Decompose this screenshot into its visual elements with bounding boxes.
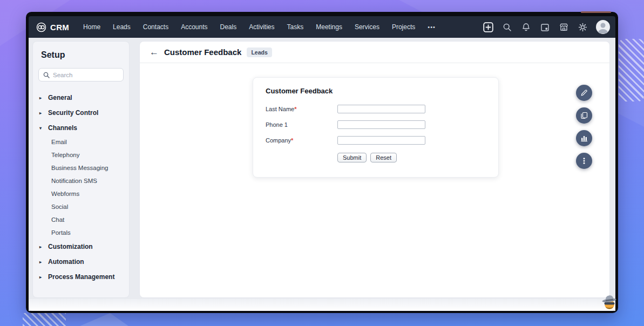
field-label-phone: Phone 1	[266, 121, 337, 128]
nav-overflow-menu[interactable]: •••	[428, 24, 436, 30]
nav-item-projects[interactable]: Projects	[392, 23, 415, 31]
stripe-pattern-right	[619, 39, 644, 101]
field-label-company: Company*	[266, 137, 337, 144]
form-field-row: Company*	[266, 136, 425, 145]
chevron-right-icon: ▸	[39, 244, 44, 249]
nav-item-activities[interactable]: Activities	[249, 23, 274, 31]
settings-gear-icon[interactable]	[577, 22, 588, 32]
form-field-row: Phone 1	[266, 120, 425, 129]
window-footer-strip	[29, 299, 615, 311]
desktop-background: CRM Home Leads Contacts Accounts Deals A…	[0, 0, 644, 326]
sidebar-item-security-control[interactable]: ▸ Security Control	[33, 105, 129, 120]
pencil-icon	[580, 89, 588, 97]
nav-item-home[interactable]: Home	[83, 23, 100, 31]
sidebar-item-portals[interactable]: Portals	[33, 226, 129, 239]
sidebar-item-label: General	[48, 94, 72, 101]
search-icon	[43, 72, 50, 78]
duplicate-icon	[580, 112, 588, 119]
main-panel: ← Customer Feedback Leads Customer Feedb…	[139, 41, 610, 298]
search-input[interactable]	[53, 72, 118, 78]
submit-button[interactable]: Submit	[337, 153, 367, 162]
nav-item-services[interactable]: Services	[355, 23, 379, 31]
form-buttons: Submit Reset	[337, 153, 397, 162]
chevron-down-icon: ▾	[39, 126, 44, 131]
top-navigation-bar: CRM Home Leads Contacts Accounts Deals A…	[29, 16, 615, 38]
sidebar-item-label: Security Control	[48, 109, 98, 117]
crm-logo[interactable]: CRM	[36, 22, 69, 32]
last-name-input[interactable]	[337, 105, 425, 113]
form-title: Customer Feedback	[266, 87, 333, 95]
module-badge: Leads	[247, 47, 272, 57]
sidebar-item-social[interactable]: Social	[33, 200, 129, 213]
required-asterisk: *	[291, 137, 293, 144]
sidebar-item-label: Process Management	[48, 273, 114, 281]
search-icon[interactable]	[501, 22, 512, 32]
back-arrow-icon[interactable]: ←	[150, 47, 159, 57]
chevron-right-icon: ▸	[39, 96, 44, 100]
setup-page: Setup ▸ General ▸ Security Control	[29, 38, 615, 311]
kebab-menu-icon	[580, 157, 588, 165]
nav-actions	[483, 20, 610, 34]
nav-item-accounts[interactable]: Accounts	[181, 23, 207, 31]
form-field-row: Last Name*	[266, 105, 425, 113]
webform-preview-card: Customer Feedback Last Name* Phone 1	[253, 77, 499, 178]
sidebar-item-label: Channels	[48, 124, 77, 132]
sidebar-item-process-management[interactable]: ▸ Process Management	[33, 269, 129, 284]
nav-item-contacts[interactable]: Contacts	[143, 23, 168, 31]
sidebar-item-channels[interactable]: ▾ Channels	[33, 120, 129, 135]
crm-rings-icon	[36, 22, 46, 32]
page-header: ← Customer Feedback Leads	[140, 42, 609, 63]
sidebar-item-telephony[interactable]: Telephony	[33, 148, 129, 161]
nav-item-deals[interactable]: Deals	[220, 23, 237, 31]
sidebar-item-general[interactable]: ▸ General	[33, 90, 129, 105]
calendar-icon[interactable]	[539, 22, 550, 32]
incognito-mascot-icon	[599, 291, 619, 313]
setup-sidebar: Setup ▸ General ▸ Security Control	[32, 41, 130, 298]
background-triangle-bottom	[80, 313, 128, 326]
browser-window: CRM Home Leads Contacts Accounts Deals A…	[26, 12, 618, 313]
marketplace-icon[interactable]	[558, 22, 569, 32]
window-accent-bar	[581, 11, 611, 13]
duplicate-form-button[interactable]	[576, 107, 592, 124]
phone-input[interactable]	[337, 120, 425, 129]
nav-item-meetings[interactable]: Meetings	[316, 23, 342, 31]
company-input[interactable]	[337, 136, 425, 145]
nav-item-tasks[interactable]: Tasks	[287, 23, 304, 31]
field-label-last-name: Last Name*	[266, 106, 337, 112]
chevron-right-icon: ▸	[39, 111, 44, 116]
reset-button[interactable]: Reset	[370, 153, 397, 162]
sidebar-item-customization[interactable]: ▸ Customization	[33, 239, 129, 254]
form-analytics-button[interactable]	[576, 130, 592, 146]
chevron-right-icon: ▸	[39, 260, 44, 264]
page-title: Customer Feedback	[164, 47, 241, 57]
create-plus-icon[interactable]	[483, 22, 493, 32]
nav-menu: Home Leads Contacts Accounts Deals Activ…	[83, 23, 436, 31]
bar-chart-icon	[580, 134, 588, 142]
brand-label: CRM	[50, 23, 69, 32]
sidebar-item-label: Customization	[48, 243, 93, 250]
notifications-bell-icon[interactable]	[520, 22, 531, 32]
required-asterisk: *	[294, 106, 296, 112]
sidebar-item-webforms[interactable]: Webforms	[33, 187, 129, 200]
edit-form-button[interactable]	[576, 85, 592, 101]
sidebar-item-business-messaging[interactable]: Business Messaging	[33, 161, 129, 174]
sidebar-search[interactable]	[38, 68, 124, 82]
chevron-right-icon: ▸	[39, 275, 44, 280]
stripe-pattern-bottom-left	[23, 313, 66, 326]
sidebar-item-email[interactable]: Email	[33, 135, 129, 148]
user-avatar[interactable]	[596, 20, 610, 34]
sidebar-item-automation[interactable]: ▸ Automation	[33, 254, 129, 269]
nav-item-leads[interactable]: Leads	[113, 23, 131, 31]
sidebar-item-label: Automation	[48, 258, 84, 266]
sidebar-title: Setup	[33, 50, 129, 60]
sidebar-item-notification-sms[interactable]: Notification SMS	[33, 174, 129, 187]
sidebar-item-chat[interactable]: Chat	[33, 213, 129, 226]
more-options-button[interactable]	[576, 153, 592, 169]
